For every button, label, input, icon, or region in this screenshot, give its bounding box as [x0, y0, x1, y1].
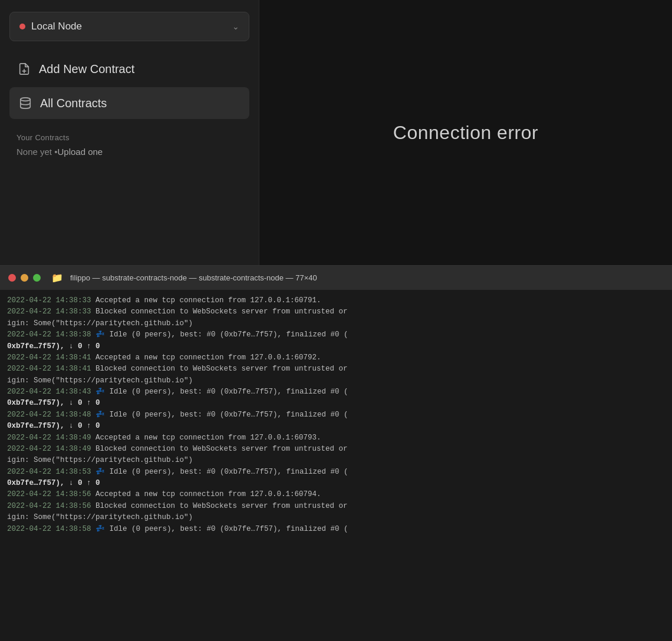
log-line: 2022-04-22 14:38:41 Accepted a new tcp c…	[7, 352, 665, 364]
log-line: igin: Some("https://paritytech.github.io…	[7, 318, 665, 329]
log-line: igin: Some("https://paritytech.github.io…	[7, 455, 665, 466]
minimize-button[interactable]	[21, 274, 28, 282]
top-section: Local Node ⌄ Add New Contract	[0, 0, 672, 265]
folder-icon: 📁	[51, 272, 63, 283]
add-new-contract-button[interactable]: Add New Contract	[9, 55, 249, 82]
contracts-icon	[18, 95, 33, 111]
upload-one-link[interactable]: Upload one	[57, 147, 103, 157]
terminal-titlebar: 📁 filippo — substrate-contracts-node — s…	[0, 266, 672, 290]
terminal-body[interactable]: 2022-04-22 14:38:33 Accepted a new tcp c…	[0, 290, 672, 641]
all-contracts-label: All Contracts	[40, 97, 107, 110]
log-line: 2022-04-22 14:38:49 Blocked connection t…	[7, 444, 665, 455]
file-plus-icon	[17, 61, 32, 77]
connection-error-message: Connection error	[393, 122, 538, 144]
log-line: igin: Some("https://paritytech.github.io…	[7, 512, 665, 523]
log-line: 2022-04-22 14:38:43 💤 Idle (0 peers), be…	[7, 386, 665, 409]
terminal-title: filippo — substrate-contracts-node — sub…	[70, 273, 317, 282]
node-label: Local Node	[31, 21, 82, 32]
your-contracts-title: Your Contracts	[17, 133, 242, 142]
contracts-empty-state: None yet • Upload one	[17, 147, 242, 157]
log-line: 2022-04-22 14:38:38 💤 Idle (0 peers), be…	[7, 329, 665, 352]
close-button[interactable]	[8, 274, 16, 282]
log-line: 2022-04-22 14:38:41 Blocked connection t…	[7, 364, 665, 375]
log-line: 2022-04-22 14:38:56 Accepted a new tcp c…	[7, 489, 665, 500]
terminal-window: 📁 filippo — substrate-contracts-node — s…	[0, 265, 672, 641]
log-line: 2022-04-22 14:38:53 💤 Idle (0 peers), be…	[7, 467, 665, 490]
your-contracts-section: Your Contracts None yet • Upload one	[9, 131, 249, 159]
all-contracts-button[interactable]: All Contracts	[9, 87, 249, 119]
svg-point-2	[21, 98, 31, 101]
add-contract-label: Add New Contract	[39, 62, 134, 76]
log-line: 2022-04-22 14:38:48 💤 Idle (0 peers), be…	[7, 409, 665, 432]
sidebar: Local Node ⌄ Add New Contract	[0, 0, 259, 265]
node-status-dot	[19, 24, 25, 29]
main-content: Connection error	[259, 0, 672, 265]
log-line: 2022-04-22 14:38:33 Accepted a new tcp c…	[7, 295, 665, 306]
node-selector-left: Local Node	[19, 21, 82, 32]
log-line: 2022-04-22 14:38:33 Blocked connection t…	[7, 306, 665, 318]
chevron-down-icon: ⌄	[232, 22, 239, 31]
node-selector[interactable]: Local Node ⌄	[9, 12, 249, 41]
log-line: igin: Some("https://paritytech.github.io…	[7, 375, 665, 386]
log-line: 2022-04-22 14:38:58 💤 Idle (0 peers), be…	[7, 524, 665, 535]
maximize-button[interactable]	[33, 274, 41, 282]
none-yet-text: None yet •	[17, 147, 57, 157]
log-line: 2022-04-22 14:38:49 Accepted a new tcp c…	[7, 432, 665, 444]
log-line: 2022-04-22 14:38:56 Blocked connection t…	[7, 501, 665, 512]
